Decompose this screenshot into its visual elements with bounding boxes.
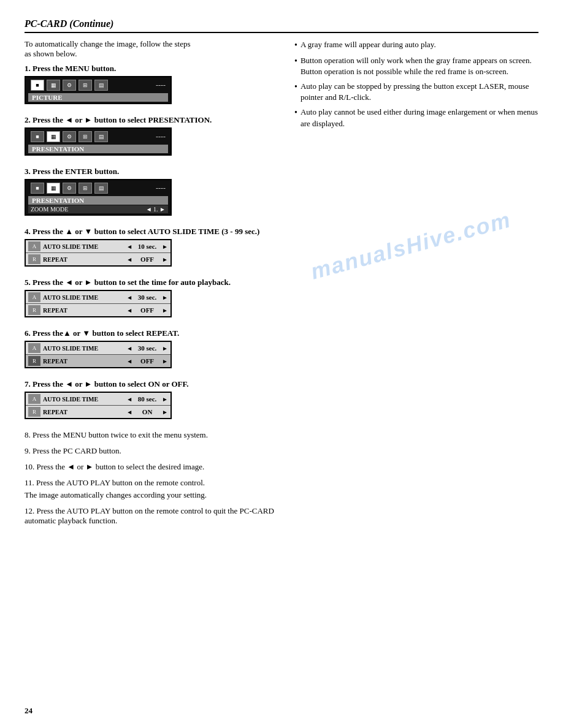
intro-text: To automatically change the image, follo… [25, 39, 282, 59]
step-11: 11. Press the AUTO PLAY button on the re… [25, 478, 282, 500]
bullet-item-3: Auto play can be stopped by pressing the… [294, 81, 538, 103]
step-11-text: 11. Press the AUTO PLAY button on the re… [25, 478, 282, 488]
step-7-text: 7. Press the ◄ or ► button to select ON … [25, 379, 282, 389]
step-3: 3. Press the ENTER button. ■ ▦ ⚙ ⊞ ▤ ---… [25, 167, 282, 221]
step-9-text: 9. Press the PC CARD button. [25, 446, 282, 456]
step-4: 4. Press the ▲ or ▼ button to select AUT… [25, 227, 282, 271]
step-5-slide: A AUTO SLIDE TIME ◄ 30 sec. ► R REPEAT ◄… [25, 290, 172, 317]
step-1-text: 1. Press the MENU button. [25, 64, 282, 74]
left-column: To automatically change the image, follo… [25, 39, 282, 532]
step-1-menu: ■ ▦ ⚙ ⊞ ▤ ---- PICTURE [25, 76, 172, 104]
step-3-menu: ■ ▦ ⚙ ⊞ ▤ ---- PRESENTATION ZOOM MODE ◄ … [25, 179, 172, 216]
step-7: 7. Press the ◄ or ► button to select ON … [25, 379, 282, 424]
step-10: 10. Press the ◄ or ► button to select th… [25, 462, 282, 472]
step-5-text: 5. Press the ◄ or ► button to set the ti… [25, 278, 282, 287]
bullet-item-4: Auto play cannot be used either during i… [294, 107, 538, 129]
step-6-text: 6. Press the▲ or ▼ button to select REPE… [25, 328, 282, 338]
step-5: 5. Press the ◄ or ► button to set the ti… [25, 278, 282, 322]
step-11-subtext: The image automatically changes accordin… [25, 490, 282, 500]
page-title: PC-CARD (Continue) [25, 18, 538, 33]
step-2: 2. Press the ◄ or ► button to select PRE… [25, 115, 282, 161]
step-8: 8. Press the MENU button twice to exit t… [25, 430, 282, 440]
step-7-slide: A AUTO SLIDE TIME ◄ 80 sec. ► R REPEAT ◄… [25, 392, 172, 419]
step-6: 6. Press the▲ or ▼ button to select REPE… [25, 328, 282, 373]
step-2-menu: ■ ▦ ⚙ ⊞ ▤ ---- PRESENTATION [25, 127, 172, 156]
step-10-text: 10. Press the ◄ or ► button to select th… [25, 462, 282, 472]
step-12: 12. Press the AUTO PLAY button on the re… [25, 506, 282, 526]
bullet-list: A gray frame will appear during auto pla… [294, 39, 538, 129]
page-number: 24 [25, 706, 33, 716]
bullet-item-2: Button operation will only work when the… [294, 55, 538, 77]
step-9: 9. Press the PC CARD button. [25, 446, 282, 456]
step-1: 1. Press the MENU button. ■ ▦ ⚙ ⊞ ▤ ----… [25, 64, 282, 109]
step-12-text: 12. Press the AUTO PLAY button on the re… [25, 506, 282, 526]
step-6-slide: A AUTO SLIDE TIME ◄ 30 sec. ► R REPEAT ◄… [25, 341, 172, 368]
step-3-text: 3. Press the ENTER button. [25, 167, 282, 176]
step-4-slide: A AUTO SLIDE TIME ◄ 10 sec. ► R REPEAT ◄… [25, 239, 172, 267]
right-column: A gray frame will appear during auto pla… [294, 39, 538, 532]
step-4-text: 4. Press the ▲ or ▼ button to select AUT… [25, 227, 282, 237]
bullet-item-1: A gray frame will appear during auto pla… [294, 39, 538, 51]
step-8-text: 8. Press the MENU button twice to exit t… [25, 430, 282, 440]
step-2-text: 2. Press the ◄ or ► button to select PRE… [25, 115, 282, 125]
